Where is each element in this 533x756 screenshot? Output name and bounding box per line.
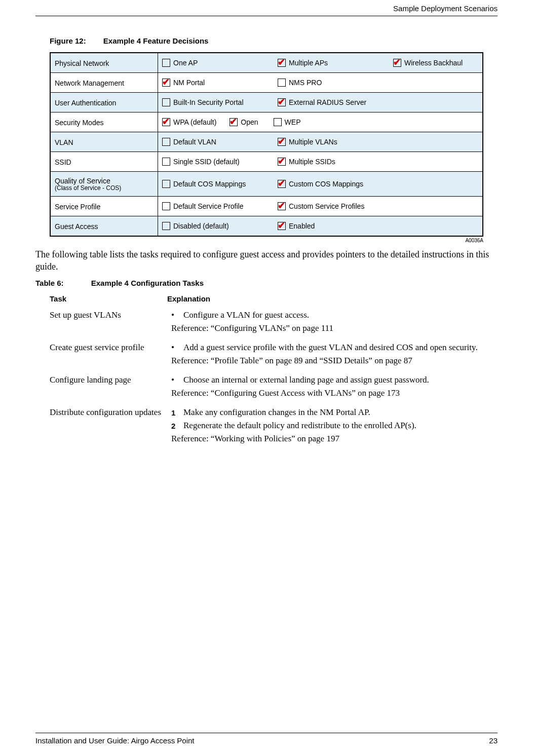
feature-option: Disabled (default) bbox=[162, 222, 278, 230]
header-rule bbox=[35, 16, 498, 16]
feature-option: Built-In Security Portal bbox=[162, 98, 278, 106]
running-header: Sample Deployment Scenarios bbox=[35, 0, 498, 16]
figure-art-id: A0036A bbox=[50, 238, 483, 243]
feature-option: Custom COS Mappings bbox=[278, 180, 393, 188]
table-title: Example 4 Configuration Tasks bbox=[91, 279, 204, 287]
feature-options: NM PortalNMS PRO bbox=[158, 73, 482, 92]
bullet-icon: • bbox=[171, 343, 183, 353]
figure-number: Figure 12: bbox=[50, 36, 86, 45]
checkbox-empty-icon bbox=[278, 79, 286, 87]
step-text: Configure a VLAN for guest access. bbox=[183, 310, 309, 320]
feature-row: VLANDefault VLANMultiple VLANs bbox=[51, 132, 482, 152]
feature-option: Multiple VLANs bbox=[278, 138, 393, 146]
feature-option-label: Built-In Security Portal bbox=[173, 98, 244, 106]
feature-option: External RADIUS Server bbox=[278, 98, 393, 106]
feature-option-label: Multiple SSIDs bbox=[289, 158, 335, 166]
feature-option-label: Custom COS Mappings bbox=[289, 180, 363, 188]
feature-options: One APMultiple APsWireless Backhaul bbox=[158, 53, 482, 72]
feature-option-label: WEP bbox=[285, 118, 301, 126]
table-caption: Table 6: Example 4 Configuration Tasks bbox=[35, 279, 498, 287]
section-title: Sample Deployment Scenarios bbox=[393, 4, 498, 13]
task-reference: Reference: “Profile Table” on page 89 an… bbox=[171, 356, 496, 366]
footer-left: Installation and User Guide: Airgo Acces… bbox=[35, 736, 195, 745]
feature-options: Single SSID (default)Multiple SSIDs bbox=[158, 152, 482, 171]
feature-label-text: Guest Access bbox=[55, 222, 154, 231]
feature-row-label: Service Profile bbox=[51, 197, 158, 216]
task-name: Configure landing page bbox=[50, 375, 171, 398]
task-table: Task Explanation Set up guest VLANs•Conf… bbox=[50, 294, 496, 444]
checkbox-empty-icon bbox=[162, 180, 170, 188]
feature-row-label: Physical Network bbox=[51, 53, 158, 72]
feature-option: Custom Service Profiles bbox=[278, 202, 393, 210]
feature-option: Enabled bbox=[278, 222, 393, 230]
step-number: 2 bbox=[171, 421, 183, 431]
task-row: Distribute configuration updates1Make an… bbox=[50, 407, 496, 444]
feature-options: WPA (default)OpenWEP bbox=[158, 112, 482, 132]
task-explanation: •Add a guest service profile with the gu… bbox=[171, 343, 496, 366]
task-reference: Reference: “Working with Policies” on pa… bbox=[171, 434, 496, 444]
feature-option: Default Service Profile bbox=[162, 202, 278, 210]
checkbox-checked-icon bbox=[162, 79, 170, 87]
feature-label-subtext: (Class of Service - COS) bbox=[55, 185, 154, 192]
feature-option-label: Enabled bbox=[289, 222, 315, 230]
feature-options: Built-In Security PortalExternal RADIUS … bbox=[158, 93, 482, 112]
bullet-step: •Add a guest service profile with the gu… bbox=[171, 343, 496, 353]
feature-option: WEP bbox=[274, 118, 301, 126]
checkbox-checked-icon bbox=[278, 59, 286, 67]
checkbox-checked-icon bbox=[278, 138, 286, 146]
checkbox-empty-icon bbox=[162, 158, 170, 166]
feature-row-label: VLAN bbox=[51, 132, 158, 152]
feature-option: Open bbox=[230, 118, 258, 126]
feature-row: Physical NetworkOne APMultiple APsWirele… bbox=[51, 53, 482, 72]
feature-option-label: Default VLAN bbox=[173, 138, 216, 146]
checkbox-checked-icon bbox=[162, 118, 170, 126]
task-explanation: •Configure a VLAN for guest access.Refer… bbox=[171, 310, 496, 333]
checkbox-checked-icon bbox=[278, 180, 286, 188]
task-row: Create guest service profile•Add a guest… bbox=[50, 343, 496, 366]
feature-option: NM Portal bbox=[162, 79, 278, 87]
feature-row: Security ModesWPA (default)OpenWEP bbox=[51, 112, 482, 132]
checkbox-empty-icon bbox=[162, 138, 170, 146]
feature-option-label: NM Portal bbox=[173, 79, 205, 87]
feature-option: Multiple SSIDs bbox=[278, 158, 393, 166]
feature-options: Default VLANMultiple VLANs bbox=[158, 132, 482, 152]
step-text: Regenerate the default policy and redist… bbox=[183, 421, 416, 431]
task-header-task: Task bbox=[50, 294, 167, 303]
feature-option-label: Single SSID (default) bbox=[173, 158, 240, 166]
step-text: Make any configuration changes in the NM… bbox=[183, 407, 370, 418]
feature-options: Default Service ProfileCustom Service Pr… bbox=[158, 197, 482, 216]
feature-option-label: NMS PRO bbox=[289, 79, 322, 87]
feature-option: Multiple APs bbox=[278, 59, 393, 67]
feature-option-label: Custom Service Profiles bbox=[289, 202, 364, 210]
intro-paragraph: The following table lists the tasks requ… bbox=[35, 248, 498, 273]
feature-label-text: Network Management bbox=[55, 79, 154, 87]
feature-option: Default VLAN bbox=[162, 138, 278, 146]
feature-row: SSIDSingle SSID (default)Multiple SSIDs bbox=[51, 152, 482, 171]
bullet-step: •Configure a VLAN for guest access. bbox=[171, 310, 496, 320]
footer-page-number: 23 bbox=[489, 736, 498, 745]
checkbox-checked-icon bbox=[278, 202, 286, 210]
task-explanation: •Choose an internal or external landing … bbox=[171, 375, 496, 398]
feature-option-label: External RADIUS Server bbox=[289, 98, 366, 106]
feature-label-text: Service Profile bbox=[55, 203, 154, 211]
feature-row: Guest AccessDisabled (default)Enabled bbox=[51, 216, 482, 236]
feature-row-label: Guest Access bbox=[51, 216, 158, 236]
feature-option: Default COS Mappings bbox=[162, 180, 278, 188]
checkbox-checked-icon bbox=[278, 222, 286, 230]
feature-option-label: Multiple APs bbox=[289, 59, 328, 67]
figure-caption: Figure 12: Example 4 Feature Decisions bbox=[50, 36, 498, 45]
bullet-icon: • bbox=[171, 310, 183, 320]
checkbox-checked-icon bbox=[393, 59, 401, 67]
feature-option-label: Wireless Backhaul bbox=[404, 59, 463, 67]
checkbox-empty-icon bbox=[162, 222, 170, 230]
feature-option-label: One AP bbox=[173, 59, 198, 67]
checkbox-checked-icon bbox=[278, 98, 286, 106]
task-reference: Reference: “Configuring Guest Access wit… bbox=[171, 388, 496, 398]
step-text: Add a guest service profile with the gue… bbox=[183, 343, 478, 353]
feature-option-label: Default Service Profile bbox=[173, 202, 244, 210]
task-header-explanation: Explanation bbox=[167, 294, 496, 303]
bullet-icon: • bbox=[171, 375, 183, 385]
feature-option-label: Open bbox=[241, 118, 258, 126]
numbered-step: 1Make any configuration changes in the N… bbox=[171, 407, 496, 418]
numbered-step: 2Regenerate the default policy and redis… bbox=[171, 421, 496, 431]
